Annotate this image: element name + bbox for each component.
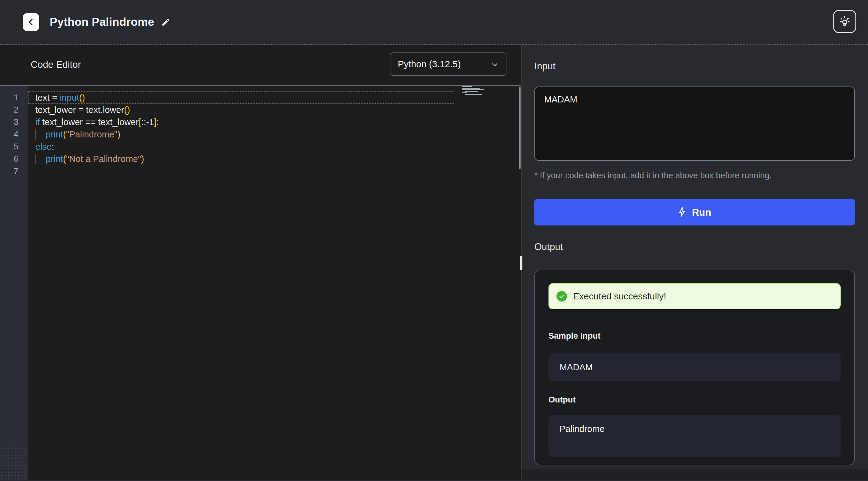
line-number: 5 bbox=[13, 140, 28, 153]
lightbulb-icon bbox=[838, 15, 851, 28]
top-bar: Python Palindrome bbox=[0, 0, 868, 45]
line-number: 6 bbox=[13, 153, 28, 165]
code-line: text = input() bbox=[28, 91, 521, 104]
panel-resize-handle[interactable] bbox=[520, 256, 522, 270]
chevron-down-icon bbox=[491, 60, 499, 69]
status-message: Executed successfully! bbox=[573, 291, 666, 301]
page-title: Python Palindrome bbox=[50, 15, 154, 29]
back-button[interactable] bbox=[23, 13, 39, 31]
code-line: else: bbox=[28, 140, 521, 153]
editor-vertical-scrollbar[interactable] bbox=[519, 87, 521, 169]
code-line: print("Not a Palindrome") bbox=[28, 153, 521, 165]
code-line bbox=[28, 165, 521, 177]
code-line: print("Palindrome") bbox=[28, 128, 521, 140]
hint-button[interactable] bbox=[833, 10, 856, 33]
io-panel: Input MADAM * If your code takes input, … bbox=[522, 45, 868, 480]
output-card: Executed successfully! Sample Input MADA… bbox=[534, 270, 855, 466]
run-button[interactable]: Run bbox=[534, 199, 855, 225]
execution-status-banner: Executed successfully! bbox=[549, 283, 841, 309]
run-button-label: Run bbox=[692, 207, 711, 218]
stdin-input[interactable]: MADAM bbox=[534, 87, 855, 161]
line-number: 2 bbox=[13, 104, 28, 116]
line-number: 1 bbox=[13, 91, 28, 104]
code-minimap bbox=[462, 86, 485, 95]
edit-title-button[interactable] bbox=[161, 18, 170, 27]
input-heading: Input bbox=[534, 61, 855, 72]
code-line: text_lower = text.lower() bbox=[28, 104, 521, 116]
code-editor-panel: Code Editor Python (3.12.5) 1234567 text… bbox=[0, 45, 521, 480]
code-line: if text_lower == text_lower[::-1]: bbox=[28, 116, 521, 128]
code-content: text = input()text_lower = text.lower()i… bbox=[28, 86, 521, 480]
sample-input-value: MADAM bbox=[549, 353, 841, 381]
output-value: Palindrome bbox=[549, 415, 841, 457]
editor-toolbar: Code Editor Python (3.12.5) bbox=[0, 45, 521, 86]
line-number: 7 bbox=[13, 165, 28, 177]
editor-panel-title: Code Editor bbox=[31, 59, 81, 70]
line-number-gutter: 1234567 bbox=[0, 86, 28, 480]
lightning-bolt-icon bbox=[678, 207, 686, 218]
code-editor-area[interactable]: 1234567 text = input()text_lower = text.… bbox=[0, 86, 521, 480]
chevron-left-icon bbox=[27, 18, 35, 27]
language-selector[interactable]: Python (3.12.5) bbox=[390, 53, 506, 76]
main-content: Code Editor Python (3.12.5) 1234567 text… bbox=[0, 45, 868, 480]
line-number: 3 bbox=[13, 116, 28, 128]
panel-bottom-strip bbox=[522, 469, 868, 480]
output-value-label: Output bbox=[549, 395, 841, 405]
input-note: * If your code takes input, add it in th… bbox=[534, 171, 855, 181]
check-circle-icon bbox=[556, 291, 567, 301]
language-selector-value: Python (3.12.5) bbox=[398, 59, 461, 69]
sample-input-label: Sample Input bbox=[549, 331, 841, 341]
pencil-icon bbox=[161, 18, 170, 27]
output-heading: Output bbox=[534, 242, 855, 253]
line-number: 4 bbox=[13, 128, 28, 140]
